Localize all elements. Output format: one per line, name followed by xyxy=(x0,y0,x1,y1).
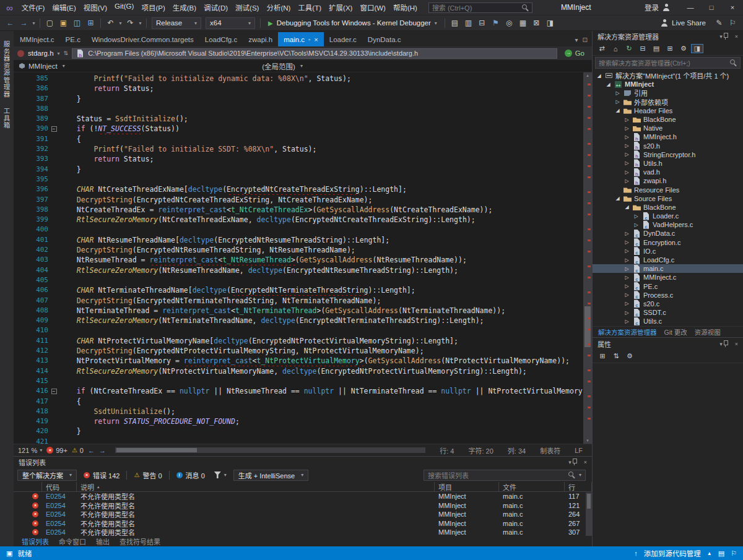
fold-margin[interactable] xyxy=(48,84,59,93)
fold-margin[interactable] xyxy=(48,174,59,184)
expander-icon[interactable]: ▷ xyxy=(624,239,630,245)
breakpoint-margin[interactable] xyxy=(14,437,25,444)
fold-margin[interactable] xyxy=(48,205,59,215)
menu-item[interactable]: 编辑(E) xyxy=(48,1,79,14)
expander-icon[interactable]: ▷ xyxy=(624,134,630,140)
previous-issue-icon[interactable]: ← xyxy=(88,447,95,454)
fold-margin[interactable] xyxy=(48,416,59,426)
tree-item[interactable]: ◢BlackBone xyxy=(593,203,743,212)
error-code[interactable]: E0254 xyxy=(42,502,77,509)
document-tab[interactable]: MMInject.c xyxy=(14,32,60,46)
save-all-icon[interactable]: ⊞ xyxy=(84,19,97,27)
tool-window-tab[interactable]: 查找符号结果 xyxy=(115,536,165,546)
column-header[interactable]: 说明▴ xyxy=(77,482,435,492)
tool-window-tab[interactable]: 解决方案资源管理器 xyxy=(595,327,660,337)
fold-margin[interactable] xyxy=(48,336,59,346)
code-area[interactable]: 385 Printf("Failed to initialize dynamic… xyxy=(14,72,583,444)
scrollbar-thumb[interactable] xyxy=(587,494,591,509)
tree-item[interactable]: ▷hUtils.h xyxy=(593,159,743,168)
tree-item[interactable]: ◢解决方案"MMInject"(1 个项目/共 1 个) xyxy=(593,71,743,80)
fold-margin[interactable] xyxy=(48,346,59,356)
fold-margin[interactable] xyxy=(48,144,59,154)
tree-item[interactable]: ◢++MMInject xyxy=(593,80,743,88)
breakpoint-margin[interactable] xyxy=(14,205,25,215)
maximize-button[interactable]: □ xyxy=(701,0,722,15)
line-format-icon[interactable]: ▦ xyxy=(516,19,529,27)
go-button[interactable]: → Go xyxy=(561,50,588,57)
preview-selected-items-icon[interactable]: ◨ xyxy=(691,44,703,53)
categorized-icon[interactable]: ⊞ xyxy=(596,352,609,360)
fold-margin[interactable] xyxy=(48,195,59,205)
fold-margin[interactable] xyxy=(48,74,59,84)
zoom-control[interactable]: 121 % ▾ xyxy=(18,447,42,454)
tree-item[interactable]: ▷Native xyxy=(593,124,743,132)
expander-icon[interactable]: ▷ xyxy=(633,222,640,228)
error-list-scrollbar[interactable] xyxy=(586,493,592,536)
column-header[interactable]: 文件 xyxy=(499,482,565,492)
fold-margin[interactable] xyxy=(48,154,59,164)
expander-icon[interactable]: ◢ xyxy=(614,108,621,113)
vertical-scrollbar[interactable]: ▴▾ xyxy=(583,72,592,444)
fold-margin[interactable] xyxy=(48,275,59,285)
tree-item[interactable]: ◢Header Files xyxy=(593,106,743,115)
scope-filter-dropdown[interactable]: 整个解决方案 ▾ xyxy=(17,470,77,481)
float-window-icon[interactable]: ⊡ xyxy=(583,37,588,43)
expander-icon[interactable]: ◢ xyxy=(624,204,630,210)
solution-explorer-search-box[interactable]: 搜索解决方案资源管理器(Ctrl+;) xyxy=(595,57,741,69)
pin-icon[interactable] xyxy=(723,340,729,348)
tool-window-tab[interactable]: 输出 xyxy=(92,536,114,546)
fold-margin[interactable] xyxy=(48,325,59,335)
breakpoint-margin[interactable] xyxy=(14,325,25,335)
tree-item[interactable]: ▷BlackBone xyxy=(593,115,743,124)
bookmarks-icon[interactable]: ⚑ xyxy=(489,19,502,27)
notifications-icon[interactable]: ⚐ xyxy=(731,549,737,558)
caret-down-icon[interactable]: ▾ xyxy=(137,20,143,26)
expander-icon[interactable]: ▷ xyxy=(624,170,630,175)
menu-item[interactable]: 文件(F) xyxy=(18,1,49,14)
fold-margin[interactable] xyxy=(48,235,59,245)
expander-icon[interactable]: ▷ xyxy=(624,152,630,157)
breakpoint-margin[interactable] xyxy=(14,235,25,245)
solution-explorer-icon[interactable]: ▤ xyxy=(448,19,461,27)
new-file-icon[interactable]: ▢ xyxy=(43,19,56,27)
breakpoint-margin[interactable] xyxy=(14,397,25,407)
properties-window-icon[interactable]: ▥ xyxy=(462,19,475,27)
breakpoint-margin[interactable] xyxy=(14,114,25,124)
menu-item[interactable]: 视图(V) xyxy=(80,1,111,14)
task-status-icon[interactable]: ▣ xyxy=(6,549,12,558)
tree-item[interactable]: ▷cPE.c xyxy=(593,282,743,291)
fold-margin[interactable] xyxy=(48,104,59,114)
scroll-up-icon[interactable]: ▴ xyxy=(583,72,592,79)
breakpoint-margin[interactable] xyxy=(14,184,25,194)
document-tab[interactable]: Loader.c xyxy=(324,32,362,46)
tree-item[interactable]: ▷hStringEncryptor.h xyxy=(593,150,743,159)
tool-window-tab[interactable]: 错误列表 xyxy=(17,536,53,546)
file-path-input[interactable]: h C:\Program Files (x86)\Microsoft Visua… xyxy=(72,48,557,59)
menu-item[interactable]: 分析(N) xyxy=(263,1,294,14)
fold-margin[interactable] xyxy=(48,165,59,174)
fold-margin[interactable] xyxy=(48,184,59,194)
tree-item[interactable]: ◢Source Files xyxy=(593,194,743,203)
document-errors-badge[interactable]: × 99+ xyxy=(46,447,67,454)
breakpoint-margin[interactable] xyxy=(14,104,25,114)
fold-margin[interactable] xyxy=(48,306,59,316)
fold-margin[interactable] xyxy=(48,316,59,325)
attach-process-icon[interactable]: ⊠ xyxy=(530,19,543,27)
tree-item[interactable]: ▷引用 xyxy=(593,88,743,97)
expander-icon[interactable]: ▷ xyxy=(624,143,630,149)
document-tab[interactable]: WindowsDriver.Common.targets xyxy=(86,32,199,46)
expander-icon[interactable]: ▷ xyxy=(624,292,630,298)
fold-margin[interactable] xyxy=(48,225,59,235)
fold-margin[interactable]: − xyxy=(48,124,59,134)
updown-icon[interactable]: ⇅ xyxy=(64,50,69,56)
menu-item[interactable]: 生成(B) xyxy=(169,1,200,14)
tree-item[interactable]: ▷cs20.c xyxy=(593,299,743,308)
error-code[interactable]: E0254 xyxy=(42,528,77,536)
quick-search-box[interactable]: 搜索 (Ctrl+Q) xyxy=(428,2,532,13)
fold-margin[interactable] xyxy=(48,114,59,124)
fold-margin[interactable] xyxy=(48,356,59,366)
horizontal-scrollbar[interactable] xyxy=(115,447,425,453)
tree-item[interactable]: ▷cmain.c xyxy=(593,264,743,273)
scroll-down-icon[interactable]: ▾ xyxy=(583,437,592,444)
fold-margin[interactable] xyxy=(48,366,59,376)
